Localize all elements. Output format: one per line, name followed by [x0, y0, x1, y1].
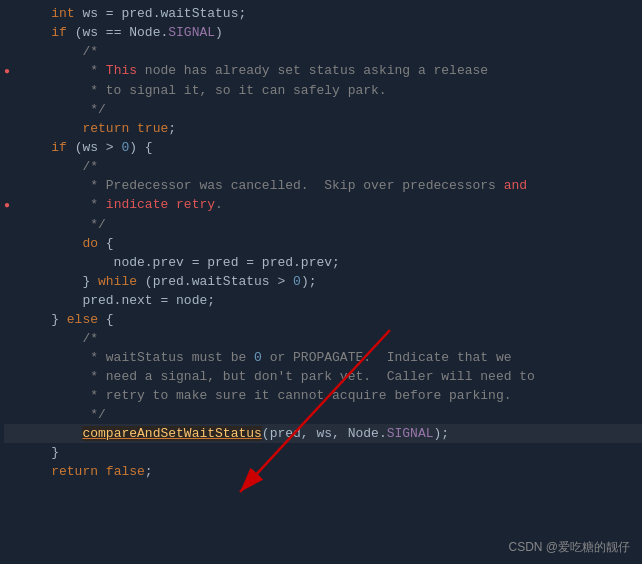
code-tokens: * waitStatus must be 0 or PROPAGATE. Ind… — [20, 348, 512, 367]
code-tokens: /* — [20, 329, 98, 348]
code-tokens: /* — [20, 42, 98, 61]
code-line: } while (pred.waitStatus > 0); — [4, 272, 642, 291]
code-line: pred.next = node; — [4, 291, 642, 310]
code-tokens: return true; — [20, 119, 176, 138]
code-line: */ — [4, 100, 642, 119]
code-line: int ws = pred.waitStatus; — [4, 4, 642, 23]
gutter-icon: ● — [4, 62, 20, 81]
code-line: return false; — [4, 462, 642, 481]
code-tokens: } — [20, 443, 59, 462]
code-line: } — [4, 443, 642, 462]
code-tokens: */ — [20, 405, 106, 424]
code-tokens: int ws = pred.waitStatus; — [20, 4, 246, 23]
code-line: do { — [4, 234, 642, 253]
gutter-icon: ● — [4, 196, 20, 215]
code-line: if (ws > 0) { — [4, 138, 642, 157]
code-tokens: /* — [20, 157, 98, 176]
code-line: * waitStatus must be 0 or PROPAGATE. Ind… — [4, 348, 642, 367]
code-line: return true; — [4, 119, 642, 138]
code-line: node.prev = pred = pred.prev; — [4, 253, 642, 272]
code-line: compareAndSetWaitStatus(pred, ws, Node.S… — [4, 424, 642, 443]
code-line: * Predecessor was cancelled. Skip over p… — [4, 176, 642, 195]
code-tokens: */ — [20, 215, 106, 234]
watermark: CSDN @爱吃糖的靓仔 — [508, 539, 630, 556]
code-tokens: * need a signal, but don't park yet. Cal… — [20, 367, 535, 386]
code-tokens: if (ws == Node.SIGNAL) — [20, 23, 223, 42]
code-line: * need a signal, but don't park yet. Cal… — [4, 367, 642, 386]
code-line: * retry to make sure it cannot acquire b… — [4, 386, 642, 405]
code-tokens: */ — [20, 100, 106, 119]
code-tokens: * Predecessor was cancelled. Skip over p… — [20, 176, 527, 195]
code-tokens: pred.next = node; — [20, 291, 215, 310]
code-line: */ — [4, 405, 642, 424]
code-tokens: * retry to make sure it cannot acquire b… — [20, 386, 511, 405]
code-line: if (ws == Node.SIGNAL) — [4, 23, 642, 42]
code-tokens: node.prev = pred = pred.prev; — [20, 253, 340, 272]
code-line: * to signal it, so it can safely park. — [4, 81, 642, 100]
code-line: /* — [4, 157, 642, 176]
code-line: /* — [4, 42, 642, 61]
code-tokens: * This node has already set status askin… — [20, 61, 488, 80]
code-line: } else { — [4, 310, 642, 329]
code-tokens: } while (pred.waitStatus > 0); — [20, 272, 316, 291]
code-line: /* — [4, 329, 642, 348]
code-container: int ws = pred.waitStatus; if (ws == Node… — [0, 0, 642, 564]
code-line: ● * indicate retry. — [4, 195, 642, 215]
code-tokens: if (ws > 0) { — [20, 138, 153, 157]
code-tokens: * to signal it, so it can safely park. — [20, 81, 387, 100]
code-tokens: } else { — [20, 310, 114, 329]
code-line: ● * This node has already set status ask… — [4, 61, 642, 81]
code-tokens: * indicate retry. — [20, 195, 223, 214]
code-tokens: return false; — [20, 462, 153, 481]
code-area: int ws = pred.waitStatus; if (ws == Node… — [0, 0, 642, 564]
code-tokens: do { — [20, 234, 114, 253]
code-tokens: compareAndSetWaitStatus(pred, ws, Node.S… — [20, 424, 449, 443]
code-line: */ — [4, 215, 642, 234]
